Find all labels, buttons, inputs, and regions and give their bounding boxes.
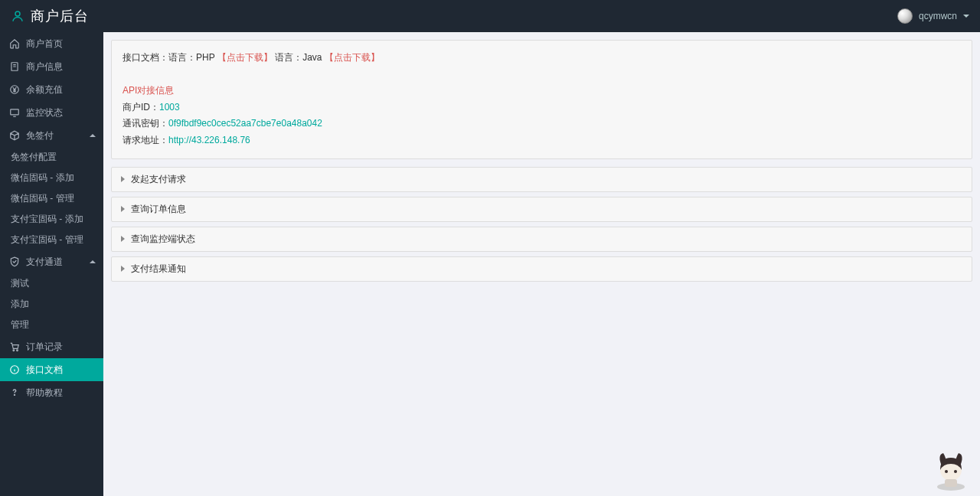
accordion-label: 发起支付请求 <box>131 173 186 186</box>
sub-item-alipay-manage[interactable]: 支付宝固码 - 管理 <box>0 230 103 250</box>
url-line: 请求地址：http://43.226.148.76 <box>122 132 961 149</box>
shield-check-icon <box>9 256 20 267</box>
caret-down-icon <box>963 15 969 18</box>
home-icon <box>9 38 20 49</box>
java-download-link[interactable]: 【点击下载】 <box>325 52 380 63</box>
nav-label: 支付通道 <box>26 256 63 269</box>
accordion-label: 查询订单信息 <box>131 203 186 216</box>
cube-icon <box>9 130 20 141</box>
sidebar-item-home[interactable]: 商户首页 <box>0 32 103 55</box>
user-menu[interactable]: qcymwcn <box>897 8 969 24</box>
chevron-up-icon <box>90 260 96 263</box>
doc-prefix: 接口文档：语言：PHP <box>122 52 214 63</box>
accordion-monitor-query[interactable]: 查询监控端状态 <box>111 227 972 252</box>
document-icon <box>9 61 20 72</box>
brand-title: 商户后台 <box>31 7 89 25</box>
api-title: API对接信息 <box>122 83 961 100</box>
api-info-panel: 接口文档：语言：PHP 【点击下载】 语言：Java 【点击下载】 API对接信… <box>111 40 972 159</box>
username: qcymwcn <box>919 11 957 21</box>
sidebar-item-merchant-info[interactable]: 商户信息 <box>0 55 103 78</box>
svg-rect-3 <box>11 109 19 115</box>
mid-label: 商户ID： <box>122 102 159 113</box>
nav-label: 余额充值 <box>26 83 63 96</box>
key-label: 通讯密钥： <box>122 118 168 129</box>
nav-label: 监控状态 <box>26 106 63 119</box>
user-person-icon <box>11 9 24 23</box>
chevron-right-icon <box>121 206 125 212</box>
accordion-label: 查询监控端状态 <box>131 233 195 246</box>
nav-label: 商户信息 <box>26 60 63 73</box>
accordion-pay-result[interactable]: 支付结果通知 <box>111 256 972 282</box>
key-line: 通讯密钥：0f9fbdf9ec0cec52aa7cbe7e0a48a042 <box>122 116 961 132</box>
chevron-right-icon <box>121 266 125 272</box>
sidebar: 商户首页 商户信息 余额充值 监控状态 免签付 免签付配置 微信固码 - 添加 … <box>0 32 103 294</box>
nav-label: 商户首页 <box>26 38 63 51</box>
php-download-link[interactable]: 【点击下载】 <box>217 52 273 63</box>
sidebar-item-balance-recharge[interactable]: 余额充值 <box>0 78 103 101</box>
content: 接口文档：语言：PHP 【点击下载】 语言：Java 【点击下载】 API对接信… <box>103 32 980 294</box>
accordion-order-query[interactable]: 查询订单信息 <box>111 197 972 222</box>
accordion-pay-request[interactable]: 发起支付请求 <box>111 167 972 192</box>
url-val[interactable]: http://43.226.148.76 <box>168 135 250 145</box>
lang-java: 语言：Java <box>275 52 322 63</box>
header: 商户后台 qcymwcn <box>0 0 980 32</box>
chevron-right-icon <box>121 176 125 182</box>
sub-item-exempt-config[interactable]: 免签付配置 <box>0 147 103 168</box>
sub-item-wechat-add[interactable]: 微信固码 - 添加 <box>0 168 103 188</box>
key-val: 0f9fbdf9ec0cec52aa7cbe7e0a48a042 <box>168 118 322 129</box>
doc-download-line: 接口文档：语言：PHP 【点击下载】 语言：Java 【点击下载】 <box>122 50 961 67</box>
avatar <box>897 8 913 24</box>
sub-item-wechat-manage[interactable]: 微信固码 - 管理 <box>0 188 103 209</box>
accordion-label: 支付结果通知 <box>131 263 186 276</box>
sub-item-test[interactable]: 测试 <box>0 273 103 294</box>
merchant-id-line: 商户ID：1003 <box>122 100 961 116</box>
chevron-right-icon <box>121 236 125 242</box>
sidebar-item-monitor-status[interactable]: 监控状态 <box>0 101 103 124</box>
brand: 商户后台 <box>11 7 89 25</box>
mid-val: 1003 <box>159 102 180 113</box>
sidebar-item-pay-channel[interactable]: 支付通道 <box>0 250 103 273</box>
chevron-up-icon <box>90 134 96 137</box>
yen-icon <box>9 84 20 95</box>
svg-point-0 <box>15 11 20 16</box>
sidebar-item-exempt-sign[interactable]: 免签付 <box>0 124 103 147</box>
nav-label: 免签付 <box>26 129 54 142</box>
monitor-icon <box>9 107 20 118</box>
sub-item-alipay-add[interactable]: 支付宝固码 - 添加 <box>0 209 103 230</box>
url-label: 请求地址： <box>122 135 168 145</box>
